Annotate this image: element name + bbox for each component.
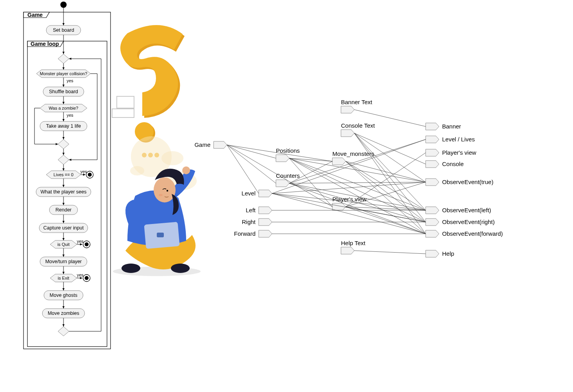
svg-text:Shuffle board: Shuffle board — [49, 89, 78, 94]
svg-text:yes: yes — [77, 239, 84, 244]
dep-label-banner: Banner — [442, 123, 461, 130]
svg-point-57 — [182, 166, 190, 174]
svg-point-62 — [159, 194, 163, 196]
dep-node-banner_text — [341, 106, 354, 113]
dep-label-banner_text: Banner Text — [341, 99, 373, 105]
dep-label-obs_right: ObserveEvent(right) — [442, 219, 495, 225]
dep-label-console: Console — [442, 161, 464, 167]
merge-loop-back — [58, 327, 69, 336]
merge-2 — [58, 139, 69, 149]
dep-edge — [227, 145, 332, 207]
svg-point-60 — [154, 177, 176, 202]
dep-node-counters — [276, 180, 289, 187]
svg-point-52 — [161, 151, 183, 165]
dependency-graph: Banner TextConsole TextGamePositionsCoun… — [194, 99, 503, 257]
svg-point-32 — [85, 242, 89, 246]
dep-edge — [354, 133, 426, 234]
dep-edge — [289, 183, 426, 222]
dep-node-positions — [276, 155, 289, 162]
merge-3 — [58, 155, 69, 164]
svg-text:Take away 1 life: Take away 1 life — [46, 123, 81, 129]
dep-edge — [272, 182, 426, 193]
dep-edge — [354, 133, 426, 164]
dep-node-left — [259, 207, 272, 214]
svg-point-61 — [167, 190, 168, 191]
svg-point-53 — [130, 166, 144, 175]
svg-text:Capture user input: Capture user input — [44, 225, 84, 231]
dep-label-obs_left: ObserveEvent(left) — [442, 207, 491, 213]
dep-edge — [289, 182, 426, 183]
svg-text:Render: Render — [56, 207, 72, 213]
svg-text:Monster player collision?: Monster player collision? — [40, 71, 87, 76]
svg-text:What the player sees: What the player sees — [40, 189, 86, 195]
svg-rect-63 — [117, 96, 134, 108]
frame-title-game: Game — [27, 12, 43, 18]
dep-label-level_lives: Level / Lives — [442, 136, 475, 143]
svg-rect-59 — [157, 233, 164, 237]
activity-diagram: Game Set board Game loop Monster player … — [24, 2, 111, 349]
dep-label-players_view_r: Player's view — [442, 149, 476, 156]
dep-edge — [346, 161, 426, 182]
initial-node — [60, 2, 67, 8]
dep-label-console_text: Console Text — [341, 122, 375, 129]
dep-label-players_view_mid: Player's view — [332, 196, 366, 202]
svg-point-49 — [142, 153, 147, 157]
svg-text:yes: yes — [67, 113, 74, 117]
svg-rect-64 — [112, 109, 134, 117]
svg-point-51 — [154, 153, 159, 157]
dep-label-forward: Forward — [234, 230, 256, 237]
dep-edge — [289, 183, 426, 234]
svg-text:Lives == 0: Lives == 0 — [54, 172, 74, 177]
dep-label-obs_true: ObserveEvent(true) — [442, 179, 493, 185]
svg-text:Set board: Set board — [53, 27, 74, 33]
dep-edge — [346, 153, 426, 207]
merge-top — [58, 54, 69, 63]
svg-text:yes: yes — [67, 78, 74, 83]
svg-text:Move zombies: Move zombies — [48, 311, 80, 316]
dep-label-game: Game — [194, 141, 210, 148]
dep-edge — [289, 158, 332, 161]
dep-node-right — [259, 219, 272, 226]
dep-label-help: Help — [442, 250, 454, 257]
dep-label-right: Right — [242, 219, 256, 225]
dep-edge — [227, 145, 276, 183]
dep-node-help_text — [341, 247, 354, 254]
svg-text:Was a zombie?: Was a zombie? — [49, 106, 78, 110]
dep-node-forward — [259, 230, 272, 237]
dep-label-obs_forward: ObserveEvent(forward) — [442, 230, 503, 237]
dep-edge — [289, 158, 426, 222]
svg-point-56 — [171, 264, 190, 273]
dep-label-left: Left — [246, 207, 256, 213]
svg-text:is Quit: is Quit — [57, 242, 69, 247]
question-mark-icon — [120, 25, 185, 143]
dep-node-obs_true — [426, 179, 439, 186]
composite-diagram: Game Set board Game loop Monster player … — [0, 0, 573, 392]
dep-node-banner — [426, 123, 439, 130]
dep-node-console_text — [341, 130, 354, 137]
dep-node-help — [426, 250, 439, 257]
dep-node-level — [259, 190, 272, 197]
dep-node-obs_left — [426, 207, 439, 214]
dep-edge — [289, 158, 426, 210]
person — [121, 166, 196, 273]
dep-edge — [346, 161, 426, 222]
dep-label-positions: Positions — [276, 147, 300, 154]
dep-label-help_text: Help Text — [341, 240, 366, 246]
svg-point-39 — [85, 276, 89, 280]
dep-node-console — [426, 161, 439, 168]
dep-node-obs_right — [426, 219, 439, 226]
dep-node-obs_forward — [426, 230, 439, 237]
svg-text:Move ghosts: Move ghosts — [50, 293, 78, 298]
dep-node-level_lives — [426, 136, 439, 143]
frame-title-loop: Game loop — [31, 41, 59, 47]
dep-edge — [354, 133, 426, 182]
dep-node-players_view_r — [426, 149, 439, 156]
dep-edge — [354, 251, 426, 254]
dep-node-game — [214, 141, 227, 148]
dep-node-move_monsters — [332, 158, 346, 165]
dep-label-move_monsters: Move_monsters — [332, 150, 374, 157]
svg-text:yes: yes — [80, 169, 87, 174]
svg-point-55 — [121, 264, 140, 273]
dep-edge — [289, 158, 426, 234]
svg-text:yes: yes — [77, 273, 84, 277]
